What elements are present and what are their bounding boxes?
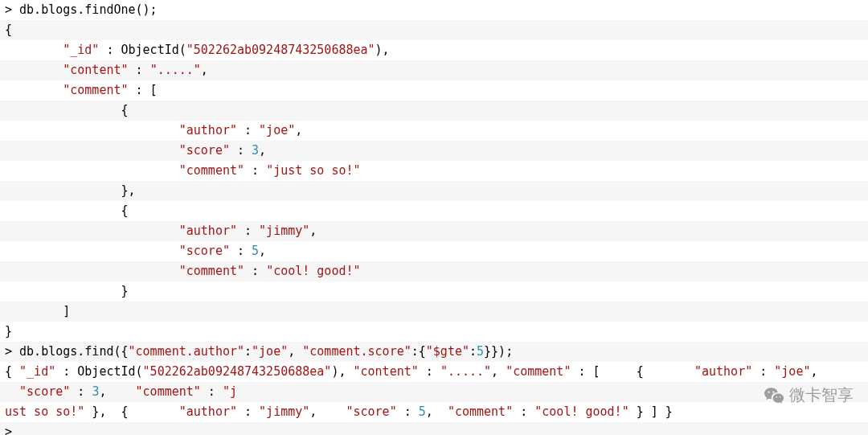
wechat-icon	[764, 385, 784, 406]
code-line: "author" : "joe",	[0, 121, 868, 141]
code-line: "comment" : "just so so!"	[0, 161, 868, 181]
code-block: > db.blogs.findOne();{ "_id" : ObjectId(…	[0, 0, 868, 435]
code-line: { "_id" : ObjectId("502262ab092487432506…	[0, 362, 868, 382]
code-line: },	[0, 181, 868, 201]
code-line: {	[0, 101, 868, 121]
code-line: "_id" : ObjectId("502262ab09248743250688…	[0, 40, 868, 60]
code-line: "score" : 3,	[0, 141, 868, 161]
code-line: >	[0, 422, 868, 435]
code-line: {	[0, 201, 868, 221]
code-line: ]	[0, 302, 868, 322]
code-line: }	[0, 322, 868, 342]
code-line: "author" : "jimmy",	[0, 221, 868, 241]
code-line: > db.blogs.find({"comment.author":"joe",…	[0, 342, 868, 362]
code-line: > db.blogs.findOne();	[0, 0, 868, 20]
watermark-text: 微卡智享	[789, 384, 854, 406]
code-line: "score" : 3, "comment" : "j	[0, 382, 868, 402]
code-line: "score" : 5,	[0, 241, 868, 261]
code-line: ust so so!" }, { "author" : "jimmy", "sc…	[0, 402, 868, 422]
code-line: {	[0, 20, 868, 40]
code-line: "content" : ".....",	[0, 60, 868, 80]
code-line: }	[0, 281, 868, 302]
code-line: "comment" : [	[0, 80, 868, 101]
code-line: "comment" : "cool! good!"	[0, 261, 868, 281]
watermark: 微卡智享	[764, 384, 854, 406]
